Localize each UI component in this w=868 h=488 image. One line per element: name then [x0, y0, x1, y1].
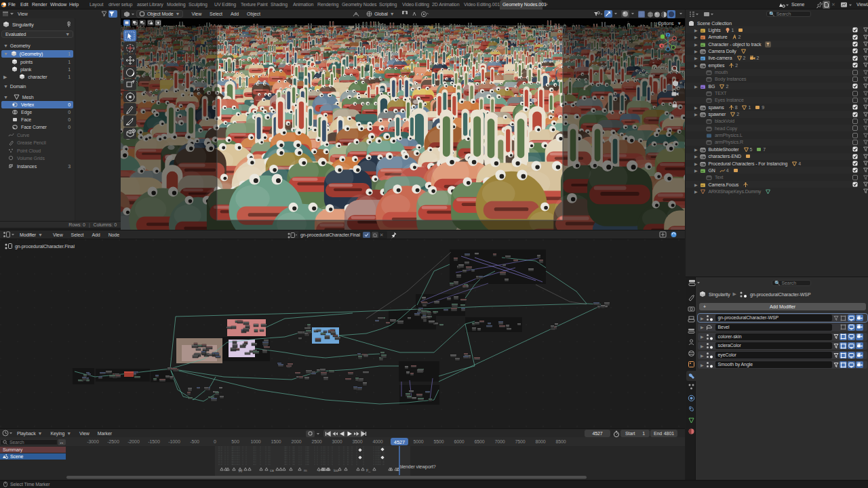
svg-text:7500: 7500 [515, 439, 525, 444]
svg-text:1000: 1000 [250, 439, 260, 444]
svg-text:4527: 4527 [394, 439, 405, 445]
svg-text:-1500: -1500 [148, 439, 160, 444]
svg-text:8500: 8500 [555, 439, 566, 444]
svg-text:-3000: -3000 [87, 439, 99, 444]
svg-text:-2500: -2500 [107, 439, 119, 444]
svg-text:m: m [304, 468, 307, 472]
svg-text:0: 0 [214, 439, 216, 444]
svg-text:500: 500 [231, 439, 239, 444]
svg-text:2000: 2000 [291, 439, 301, 444]
svg-text:7000: 7000 [494, 439, 505, 444]
svg-text:loo: loo [334, 468, 338, 472]
svg-text:Z: Z [667, 33, 669, 37]
svg-text:r: r [319, 468, 320, 472]
svg-text:3500: 3500 [352, 439, 362, 444]
svg-text:5500: 5500 [433, 439, 443, 444]
svg-text:6000: 6000 [454, 439, 464, 444]
svg-text:blender viewport?: blender viewport? [399, 464, 436, 470]
svg-text:1500: 1500 [271, 439, 281, 444]
svg-text:5000: 5000 [413, 439, 423, 444]
svg-text:-2000: -2000 [127, 439, 140, 444]
svg-text:8000: 8000 [535, 439, 545, 444]
svg-text:-500: -500 [190, 439, 199, 444]
svg-text:2500: 2500 [311, 439, 321, 444]
svg-text:3000: 3000 [332, 439, 342, 444]
svg-text:6500: 6500 [474, 439, 484, 444]
svg-text:-1000: -1000 [168, 439, 180, 444]
svg-text:py: py [239, 468, 243, 472]
svg-text:F_: F_ [366, 468, 371, 472]
svg-text:4000: 4000 [372, 439, 382, 444]
